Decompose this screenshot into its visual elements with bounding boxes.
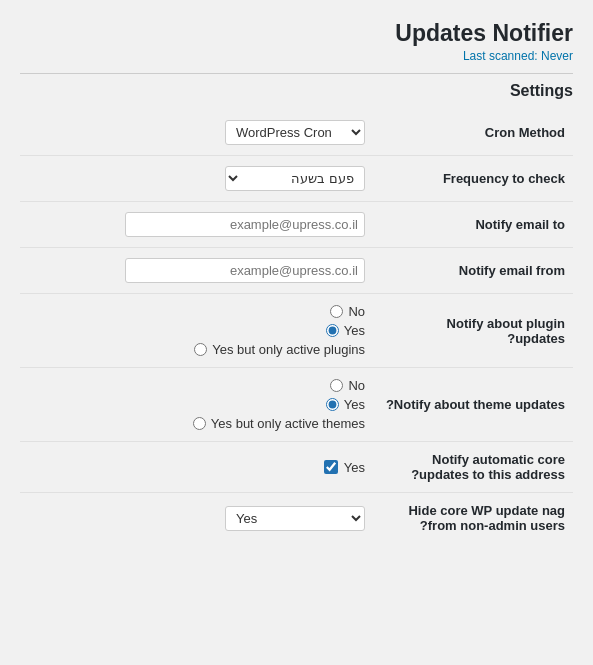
- row-hide-core-nag: Yes Hide core WP update nag?from non-adm…: [20, 493, 573, 544]
- row-notify-email-from: Notify email from: [20, 248, 573, 294]
- frequency-label: Frequency to check: [373, 156, 573, 202]
- notify-email-to-input[interactable]: [125, 212, 365, 237]
- plugin-updates-active-label: Yes but only active plugins: [212, 342, 365, 357]
- row-auto-core: Yes Notify automatic core?updates to thi…: [20, 442, 573, 493]
- auto-core-checkbox-item: Yes: [28, 460, 365, 475]
- auto-core-control: Yes: [20, 442, 373, 493]
- last-scanned-label: Last scanned:: [463, 49, 538, 63]
- plugin-updates-radio-no-input[interactable]: [330, 305, 343, 318]
- auto-core-label: Notify automatic core?updates to this ad…: [373, 442, 573, 493]
- row-theme-updates: No Yes Yes but only active themes ?Notif…: [20, 368, 573, 442]
- last-scanned-value: Never: [541, 49, 573, 63]
- theme-updates-radio-active-input[interactable]: [193, 417, 206, 430]
- page-container: Updates Notifier Last scanned: Never Set…: [0, 0, 593, 553]
- theme-updates-radio-no-input[interactable]: [330, 379, 343, 392]
- hide-core-nag-label: Hide core WP update nag?from non-admin u…: [373, 493, 573, 544]
- cron-method-label: Cron Method: [373, 110, 573, 156]
- theme-updates-yes-label: Yes: [344, 397, 365, 412]
- auto-core-checkbox-label: Yes: [344, 460, 365, 475]
- notify-email-from-label: Notify email from: [373, 248, 573, 294]
- frequency-control: פעם בשעה: [20, 156, 373, 202]
- auto-core-checkbox[interactable]: [324, 460, 338, 474]
- plugin-updates-radio-group: No Yes Yes but only active plugins: [28, 304, 365, 357]
- theme-updates-radio-yes: Yes: [326, 397, 365, 412]
- plugin-updates-radio-no: No: [330, 304, 365, 319]
- settings-table: WordPress Cron Cron Method פעם בשעה Freq…: [20, 110, 573, 543]
- cron-method-select[interactable]: WordPress Cron: [225, 120, 365, 145]
- frequency-select[interactable]: פעם בשעה: [225, 166, 365, 191]
- plugin-updates-no-label: No: [348, 304, 365, 319]
- theme-updates-no-label: No: [348, 378, 365, 393]
- theme-updates-radio-yes-input[interactable]: [326, 398, 339, 411]
- theme-updates-radio-no: No: [330, 378, 365, 393]
- theme-updates-radio-active: Yes but only active themes: [193, 416, 365, 431]
- hide-core-nag-select[interactable]: Yes: [225, 506, 365, 531]
- cron-method-control: WordPress Cron: [20, 110, 373, 156]
- plugin-updates-radio-active: Yes but only active plugins: [194, 342, 365, 357]
- plugin-updates-radio-active-input[interactable]: [194, 343, 207, 356]
- plugin-updates-radio-yes-input[interactable]: [326, 324, 339, 337]
- last-scanned: Last scanned: Never: [20, 49, 573, 63]
- notify-email-to-control: [20, 202, 373, 248]
- plugin-updates-label: Notify about plugin?updates: [373, 294, 573, 368]
- row-notify-email-to: Notify email to: [20, 202, 573, 248]
- row-frequency: פעם בשעה Frequency to check: [20, 156, 573, 202]
- theme-updates-active-label: Yes but only active themes: [211, 416, 365, 431]
- hide-core-nag-control: Yes: [20, 493, 373, 544]
- row-cron-method: WordPress Cron Cron Method: [20, 110, 573, 156]
- plugin-updates-yes-label: Yes: [344, 323, 365, 338]
- theme-updates-label: ?Notify about theme updates: [373, 368, 573, 442]
- plugin-updates-radio-yes: Yes: [326, 323, 365, 338]
- notify-email-from-control: [20, 248, 373, 294]
- theme-updates-control: No Yes Yes but only active themes: [20, 368, 373, 442]
- row-plugin-updates: No Yes Yes but only active plugins Notif…: [20, 294, 573, 368]
- settings-heading: Settings: [20, 73, 573, 100]
- notify-email-to-label: Notify email to: [373, 202, 573, 248]
- page-title: Updates Notifier: [20, 10, 573, 49]
- notify-email-from-input[interactable]: [125, 258, 365, 283]
- theme-updates-radio-group: No Yes Yes but only active themes: [28, 378, 365, 431]
- plugin-updates-control: No Yes Yes but only active plugins: [20, 294, 373, 368]
